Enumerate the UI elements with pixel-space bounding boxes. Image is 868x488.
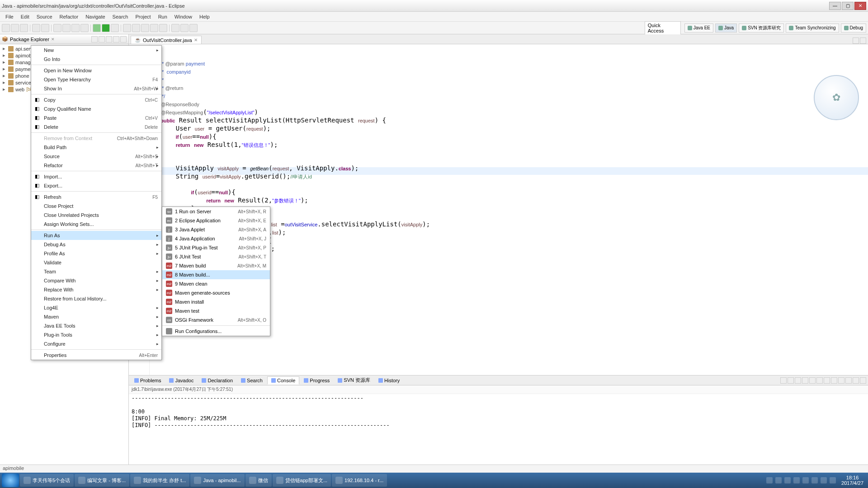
- submenu-item[interactable]: m29 Maven clean: [162, 279, 270, 288]
- console-tab[interactable]: History: [375, 377, 403, 384]
- taskbar-item[interactable]: Java - apimobil...: [190, 474, 244, 487]
- toolbar-icon[interactable]: [171, 24, 179, 32]
- close-button[interactable]: ✕: [854, 2, 866, 10]
- console-tab[interactable]: Progress: [300, 377, 333, 384]
- menu-item[interactable]: Team▸: [31, 267, 161, 276]
- taskbar-item[interactable]: 我的前半生 亦舒 t...: [130, 474, 189, 487]
- menu-source[interactable]: Source: [33, 13, 56, 20]
- menu-window[interactable]: Window: [171, 13, 196, 20]
- toolbar-icon[interactable]: [180, 24, 189, 32]
- toolbar-icon[interactable]: [71, 24, 80, 32]
- run-icon[interactable]: [102, 24, 110, 32]
- toolbar-icon[interactable]: [132, 24, 140, 32]
- tray-icon[interactable]: [821, 477, 827, 483]
- menu-item[interactable]: Maven▸: [31, 312, 161, 321]
- toolbar-icon[interactable]: [62, 24, 71, 32]
- menu-file[interactable]: File: [2, 13, 17, 20]
- submenu-item[interactable]: osOSGi FrameworkAlt+Shift+X, O: [162, 315, 270, 324]
- perspective-svn-资源库研究[interactable]: SVN 资源库研究: [739, 23, 784, 33]
- menu-item[interactable]: Plug-in Tools▸: [31, 330, 161, 339]
- menu-help[interactable]: Help: [196, 13, 213, 20]
- editor-tab[interactable]: ☕ OutVisitController.java ✕: [131, 36, 202, 44]
- tray-icon[interactable]: [775, 477, 782, 483]
- console-toolbar-icon[interactable]: [853, 377, 859, 384]
- console-toolbar-icon[interactable]: [824, 377, 830, 384]
- menu-item[interactable]: ◧PasteCtrl+V: [31, 113, 161, 122]
- tray-icon[interactable]: [793, 477, 800, 483]
- link-editor-icon[interactable]: [99, 36, 105, 42]
- console-toolbar-icon[interactable]: [802, 377, 808, 384]
- menu-item[interactable]: ◧Copy Qualified Name: [31, 104, 161, 113]
- menu-item[interactable]: Remove from ContextCtrl+Alt+Shift+Down: [31, 134, 161, 143]
- menu-item[interactable]: ◧RefreshF5: [31, 192, 161, 202]
- submenu-item[interactable]: ju5 JUnit Plug-in TestAlt+Shift+X, P: [162, 243, 270, 252]
- save-icon[interactable]: [11, 24, 19, 32]
- taskbar-item[interactable]: 编写文章 - 博客...: [75, 474, 129, 487]
- menu-item[interactable]: Log4E▸: [31, 303, 161, 312]
- menu-item[interactable]: Assign Working Sets...: [31, 220, 161, 229]
- toolbar-icon[interactable]: [123, 24, 131, 32]
- minimize-button[interactable]: —: [829, 2, 841, 10]
- console-toolbar-icon[interactable]: [838, 377, 844, 384]
- menu-item[interactable]: Show InAlt+Shift+W▸: [31, 84, 161, 93]
- console-toolbar-icon[interactable]: [845, 377, 852, 384]
- menu-item[interactable]: Build Path▸: [31, 143, 161, 152]
- system-tray[interactable]: 18:16 2017/4/27: [766, 475, 866, 486]
- menu-item[interactable]: ◧CopyCtrl+C: [31, 95, 161, 104]
- menu-item[interactable]: Validate: [31, 258, 161, 267]
- console-tab[interactable]: Javadoc: [165, 377, 197, 384]
- maximize-editor-icon[interactable]: [860, 38, 866, 44]
- toolbar-icon[interactable]: [53, 24, 61, 32]
- menu-refactor[interactable]: Refactor: [56, 13, 82, 20]
- menu-run[interactable]: Run: [155, 13, 171, 20]
- console-toolbar-icon[interactable]: [860, 377, 866, 384]
- console-tab[interactable]: Declaration: [198, 377, 236, 384]
- close-tab-icon[interactable]: ✕: [194, 38, 198, 42]
- console-toolbar-icon[interactable]: [816, 377, 823, 384]
- submenu-item[interactable]: Run Configurations...: [162, 327, 270, 336]
- perspective-debug[interactable]: Debug: [841, 23, 866, 33]
- toolbar-icon[interactable]: [32, 24, 40, 32]
- menu-item[interactable]: RefactorAlt+Shift+T▸: [31, 161, 161, 170]
- menu-project[interactable]: Project: [132, 13, 154, 20]
- console-toolbar-icon[interactable]: [831, 377, 837, 384]
- menu-item[interactable]: ◧Import...: [31, 172, 161, 181]
- taskbar-item[interactable]: 微信: [245, 474, 272, 487]
- submenu-item[interactable]: sv1 Run on ServerAlt+Shift+X, R: [162, 207, 270, 216]
- submenu-item[interactable]: m2Maven test: [162, 306, 270, 315]
- maximize-button[interactable]: ▢: [842, 2, 854, 10]
- toolbar-icon[interactable]: [159, 24, 167, 32]
- menu-item[interactable]: Close Project: [31, 202, 161, 211]
- minimize-view-icon[interactable]: [113, 36, 119, 42]
- submenu-item[interactable]: j4 Java ApplicationAlt+Shift+X, J: [162, 234, 270, 243]
- menu-item[interactable]: Close Unrelated Projects: [31, 211, 161, 220]
- collapse-all-icon[interactable]: [91, 36, 98, 42]
- menu-item[interactable]: Debug As▸: [31, 240, 161, 249]
- console-toolbar-icon[interactable]: [788, 377, 794, 384]
- menu-item[interactable]: ◧Export...: [31, 181, 161, 190]
- toolbar-icon[interactable]: [189, 24, 198, 32]
- toolbar-icon[interactable]: [150, 24, 158, 32]
- menu-search[interactable]: Search: [109, 13, 132, 20]
- console-toolbar-icon[interactable]: [795, 377, 801, 384]
- menu-item[interactable]: SourceAlt+Shift+S▸: [31, 152, 161, 161]
- menu-item[interactable]: Restore from Local History...: [31, 294, 161, 303]
- view-menu-icon[interactable]: [106, 36, 112, 42]
- submenu-item[interactable]: ju6 JUnit TestAlt+Shift+X, T: [162, 252, 270, 261]
- menu-item[interactable]: Open in New Window: [31, 66, 161, 75]
- toolbar-icon[interactable]: [111, 24, 119, 32]
- menu-edit[interactable]: Edit: [17, 13, 33, 20]
- submenu-item[interactable]: j3 Java AppletAlt+Shift+X, A: [162, 225, 270, 234]
- menu-item[interactable]: Configure▸: [31, 339, 161, 348]
- perspective-java-ee[interactable]: Java EE: [684, 23, 713, 33]
- menu-item[interactable]: Compare With▸: [31, 276, 161, 285]
- debug-icon[interactable]: [93, 24, 101, 32]
- view-close-icon[interactable]: ✕: [51, 37, 55, 42]
- console-toolbar-icon[interactable]: [780, 377, 787, 384]
- console-tab[interactable]: SVN 资源库: [334, 376, 374, 385]
- menu-item[interactable]: Open Type HierarchyF4: [31, 75, 161, 84]
- quick-access-input[interactable]: Quick Access: [645, 21, 681, 35]
- menu-navigate[interactable]: Navigate: [82, 13, 108, 20]
- run-as-submenu[interactable]: sv1 Run on ServerAlt+Shift+X, Rec2 Eclip…: [162, 206, 270, 336]
- menu-item[interactable]: Profile As▸: [31, 249, 161, 258]
